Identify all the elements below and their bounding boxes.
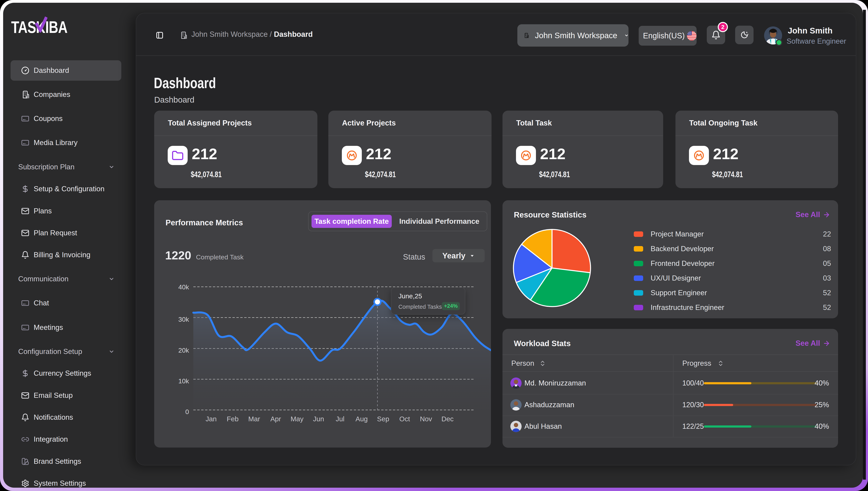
svg-text:30k: 30k <box>178 316 189 323</box>
svg-text:40k: 40k <box>178 283 189 291</box>
svg-text:Oct: Oct <box>399 415 410 423</box>
svg-text:Mar: Mar <box>248 415 260 423</box>
svg-text:Dec: Dec <box>441 415 454 423</box>
svg-text:20k: 20k <box>178 347 189 354</box>
svg-text:Jul: Jul <box>336 415 345 423</box>
svg-text:May: May <box>290 415 304 423</box>
svg-text:Apr: Apr <box>271 415 281 423</box>
svg-text:Feb: Feb <box>227 415 239 423</box>
svg-text:Jun: Jun <box>313 415 324 423</box>
svg-text:Aug: Aug <box>355 415 368 423</box>
svg-text:0: 0 <box>185 408 189 415</box>
svg-text:10k: 10k <box>178 377 189 385</box>
svg-text:Sep: Sep <box>377 415 389 423</box>
svg-text:Nov: Nov <box>420 415 432 423</box>
svg-text:Jan: Jan <box>206 415 217 423</box>
